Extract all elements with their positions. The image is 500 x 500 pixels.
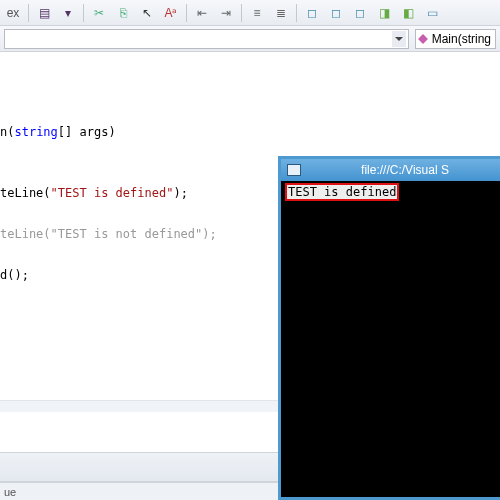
bottom-toolstrip [0, 452, 278, 482]
tool-dropdown-btn[interactable]: ▾ [57, 3, 79, 23]
tool-pointer-btn[interactable]: ↖ [136, 3, 158, 23]
console-window[interactable]: file:///C:/Visual S TEST is defined [278, 156, 500, 500]
console-title-text: file:///C:/Visual S [311, 163, 499, 177]
member-combo[interactable]: Main(string [415, 29, 496, 49]
nav-toolbar: Main(string [0, 26, 500, 52]
tool-indent-btn[interactable]: ⇥ [215, 3, 237, 23]
editor-divider [0, 400, 278, 412]
tool-comment-btn[interactable]: ◻ [301, 3, 323, 23]
tool-outdent-btn[interactable]: ⇤ [191, 3, 213, 23]
console-line-highlighted: TEST is defined [285, 183, 399, 201]
bottom-tab-label: ue [4, 486, 16, 498]
scope-combo[interactable] [4, 29, 409, 49]
tool-cut-btn[interactable]: ✂ [88, 3, 110, 23]
method-icon [418, 34, 428, 44]
tool-nav1-btn[interactable]: ◨ [373, 3, 395, 23]
tool-window-btn[interactable]: ▭ [421, 3, 443, 23]
tool-text2-btn[interactable]: Aᵃ [160, 3, 182, 23]
tool-align-left-btn[interactable]: ≡ [246, 3, 268, 23]
tool-copy-btn[interactable]: ⎘ [112, 3, 134, 23]
bottom-tab[interactable]: ue [0, 482, 278, 500]
console-output: TEST is defined [281, 181, 500, 203]
tool-bookmark-btn[interactable]: ◻ [349, 3, 371, 23]
console-titlebar[interactable]: file:///C:/Visual S [281, 159, 500, 181]
chevron-down-icon [392, 31, 406, 47]
tool-nav2-btn[interactable]: ◧ [397, 3, 419, 23]
console-icon [287, 164, 301, 176]
tool-text-btn[interactable]: ex [2, 3, 24, 23]
tool-list-btn[interactable]: ▤ [33, 3, 55, 23]
tool-align-right-btn[interactable]: ≣ [270, 3, 292, 23]
member-label: Main(string [432, 32, 491, 46]
main-toolbar: ex ▤ ▾ ✂ ⎘ ↖ Aᵃ ⇤ ⇥ ≡ ≣ ◻ ◻ ◻ ◨ ◧ ▭ [0, 0, 500, 26]
tool-uncomment-btn[interactable]: ◻ [325, 3, 347, 23]
